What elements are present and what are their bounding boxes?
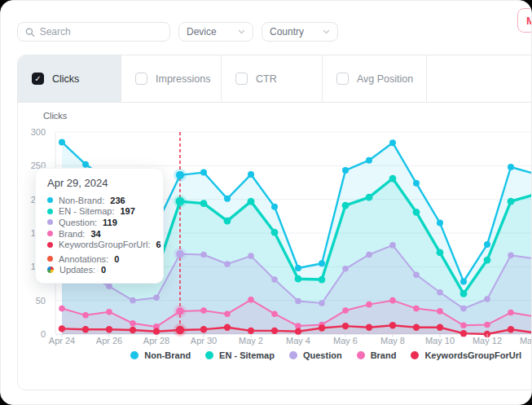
data-point [130,320,136,327]
data-point [271,310,278,317]
data-point [224,218,231,225]
data-point [389,139,396,146]
search-input[interactable] [40,26,162,37]
data-point [271,229,279,236]
x-tick-label: May 4 [286,336,310,346]
highlight-point [176,197,185,206]
tab-clicks[interactable]: ✓ Clicks [18,55,121,102]
checkbox-unchecked-icon[interactable] [135,73,147,85]
legend-item[interactable]: Question [289,350,342,360]
x-tick-label: Apr 28 [143,336,169,346]
data-point [342,202,350,209]
legend-item[interactable]: EN - Sitemap [205,350,275,360]
data-point [271,276,278,283]
x-tick-label: May 2 [239,336,263,346]
data-point [319,276,326,284]
device-select[interactable]: Device [178,22,253,42]
data-point [484,241,490,248]
data-point [82,312,89,319]
tooltip-row: Question:119 [47,217,152,228]
data-point [508,198,515,205]
data-point [508,164,514,170]
data-point [460,330,467,337]
series-dot-icon [47,219,53,225]
y-axis-title: Clicks [43,111,67,121]
series-dot-icon [47,256,53,262]
data-point [224,310,231,317]
data-point [130,297,136,304]
legend-dot-icon [205,351,213,359]
x-tick-label: May 14 [520,336,532,346]
legend-item[interactable]: KeywordsGroupForUrl [411,350,521,360]
corner-action-button[interactable]: M [517,8,532,33]
legend-label: Question [303,350,342,360]
tooltip-date: Apr 29, 2024 [47,177,152,189]
data-point [437,308,443,315]
legend-item[interactable]: Non-Brand [130,350,191,360]
tooltip-label: Question: [59,218,97,227]
data-point [460,306,467,312]
data-point [106,309,112,315]
chart-legend: Non-BrandEN - SitemapQuestionBrandKeywor… [130,350,521,360]
data-point [366,157,372,164]
tooltip-row: EN - Sitemap:197 [47,206,152,218]
y-tick-label: 0 [24,329,46,339]
data-point [389,242,396,249]
data-point [295,298,301,305]
legend-label: EN - Sitemap [219,350,275,360]
country-select[interactable]: Country [262,22,338,42]
data-point [437,289,443,296]
tab-label: Impressions [156,73,210,85]
highlight-point [176,250,184,258]
chart-tooltip: Apr 29, 2024 Non-Brand:236EN - Sitemap:1… [35,168,164,284]
tooltip-value: 34 [90,229,100,239]
x-tick-label: May 10 [425,336,455,346]
data-point [248,297,254,303]
data-point [59,325,65,332]
tab-avg-position[interactable]: Avg Position [323,55,427,102]
data-point [200,252,207,258]
tooltip-value: 6 [156,240,160,249]
tooltip-label: Non-Brand: [59,196,104,205]
x-tick-label: Apr 24 [49,336,75,346]
legend-dot-icon [130,351,138,359]
legend-item[interactable]: Brand [357,350,397,360]
data-point [413,306,420,312]
tab-label: Avg Position [357,73,413,85]
checkbox-checked-icon[interactable]: ✓ [32,73,44,85]
data-point [271,328,278,334]
data-point [106,284,112,290]
tab-ctr[interactable]: CTR [222,55,323,102]
device-select-label: Device [187,26,217,37]
y-tick-label: 50 [24,296,46,306]
checkbox-unchecked-icon[interactable] [235,73,248,85]
tooltip-row: Non-Brand:236 [47,195,152,206]
data-point [389,297,396,304]
chevron-down-icon [323,29,330,34]
data-point [460,322,467,328]
data-point [437,249,444,257]
data-point [484,257,491,264]
x-tick-label: Apr 30 [191,336,217,346]
legend-label: Non-Brand [144,350,191,360]
tooltip-label: KeywordsGroupForUrl: [59,240,150,249]
x-tick-label: May 12 [473,336,502,346]
legend-dot-icon [411,351,419,359]
data-point [248,253,254,259]
data-point [389,175,397,183]
data-point [508,310,514,316]
data-point [484,296,490,302]
data-point [153,295,160,302]
data-point [224,324,231,331]
data-point [295,265,301,271]
data-point [295,328,301,334]
tab-impressions[interactable]: Impressions [121,55,222,102]
search-box[interactable] [17,22,170,42]
checkbox-unchecked-icon[interactable] [336,73,349,85]
data-point [366,252,372,258]
country-select-label: Country [270,26,304,37]
data-point [342,266,349,272]
tooltip-value: 119 [103,218,117,227]
tooltip-label: Annotations: [59,254,108,264]
data-point [413,180,420,187]
